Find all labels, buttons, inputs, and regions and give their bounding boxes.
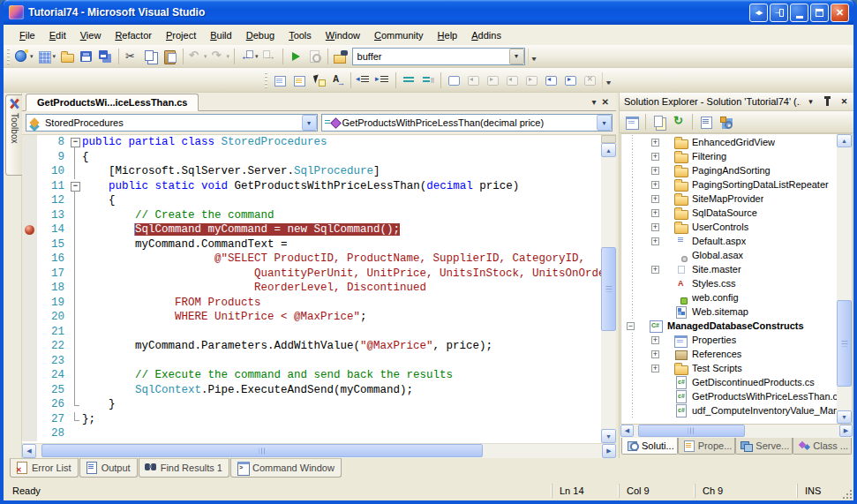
tab-server[interactable]: Serve... bbox=[735, 438, 793, 455]
code-editor[interactable]: 8public partial class StoredProcedures9{… bbox=[22, 135, 601, 443]
text-editor-toolbar-options-chevron[interactable] bbox=[602, 72, 612, 88]
next-bookmark-document-button[interactable] bbox=[560, 71, 580, 90]
expand-icon[interactable]: + bbox=[651, 237, 659, 245]
members-combobox[interactable]: GetProductsWithPriceLessThan(decimal pri… bbox=[321, 114, 613, 132]
outlining-margin[interactable] bbox=[69, 237, 82, 252]
navigate-backward-button[interactable]: ▾ bbox=[237, 47, 260, 66]
uncomment-selection-button[interactable] bbox=[418, 71, 438, 90]
tree-item[interactable]: Global.asax bbox=[623, 248, 837, 262]
outlining-margin[interactable] bbox=[69, 222, 82, 237]
navigate-forward-button[interactable] bbox=[260, 47, 280, 66]
code-line[interactable]: 10 [Microsoft.SqlServer.Server.SqlProced… bbox=[22, 164, 601, 179]
clear-bookmarks-button[interactable] bbox=[580, 71, 599, 90]
tree-expander[interactable]: + bbox=[648, 153, 673, 161]
outlining-margin[interactable] bbox=[69, 383, 82, 398]
code-line[interactable]: 13 // Create the command bbox=[22, 208, 601, 223]
tree-item[interactable]: +EnhancedGridView bbox=[623, 135, 837, 149]
copy-button[interactable] bbox=[141, 47, 161, 66]
vertical-scroll-track[interactable] bbox=[601, 157, 616, 429]
tree-item[interactable]: −ManagedDatabaseConstructs bbox=[623, 319, 837, 333]
menu-community[interactable]: Community bbox=[367, 27, 431, 43]
add-item-button[interactable]: ▾ bbox=[35, 47, 58, 66]
comment-selection-button[interactable] bbox=[399, 71, 418, 90]
toolbar-grip[interactable] bbox=[7, 49, 10, 64]
previous-bookmark-button[interactable] bbox=[463, 71, 483, 90]
menu-tools[interactable]: Tools bbox=[282, 27, 319, 43]
window-position-menu-button[interactable]: ▾ bbox=[804, 95, 817, 109]
breakpoint-margin[interactable] bbox=[22, 339, 37, 354]
paste-button[interactable] bbox=[161, 47, 180, 66]
scroll-up-button[interactable]: ▲ bbox=[601, 143, 616, 157]
tree-item[interactable]: Styles.css bbox=[623, 276, 837, 290]
expand-icon[interactable]: + bbox=[651, 266, 659, 274]
refresh-button[interactable] bbox=[670, 113, 688, 131]
tree-hscroll-thumb[interactable] bbox=[638, 425, 745, 437]
code-line[interactable]: 28 bbox=[22, 426, 601, 441]
tree-item[interactable]: Web.sitemap bbox=[623, 305, 837, 319]
outlining-margin[interactable] bbox=[69, 208, 82, 223]
breakpoint-margin[interactable] bbox=[22, 354, 37, 369]
breakpoint-margin[interactable] bbox=[22, 368, 37, 383]
breakpoint-icon[interactable] bbox=[25, 225, 34, 235]
save-all-button[interactable] bbox=[96, 47, 116, 66]
view-code-button[interactable] bbox=[697, 113, 715, 131]
editor-splitter-box[interactable] bbox=[601, 135, 616, 143]
code-line[interactable]: 26 } bbox=[22, 397, 601, 412]
expand-icon[interactable]: + bbox=[651, 223, 659, 231]
next-bookmark-button[interactable] bbox=[483, 71, 502, 90]
previous-bookmark-folder-button[interactable] bbox=[502, 71, 522, 90]
tree-item[interactable]: +UserControls bbox=[623, 220, 837, 234]
tree-expander[interactable]: + bbox=[648, 195, 673, 203]
horizontal-scroll-thumb[interactable] bbox=[41, 444, 483, 457]
code-line[interactable]: 20 WHERE UnitPrice < @MaxPrice"; bbox=[22, 310, 601, 325]
tree-item[interactable]: +Default.aspx bbox=[623, 234, 837, 248]
close-document-button[interactable]: ✕ bbox=[602, 98, 609, 107]
cut-button[interactable] bbox=[122, 47, 141, 66]
outlining-margin[interactable] bbox=[69, 267, 82, 282]
breakpoint-margin[interactable] bbox=[22, 237, 37, 252]
code-line[interactable]: 15 myCommand.CommandText = bbox=[22, 237, 601, 252]
code-line[interactable]: 12 { bbox=[22, 193, 601, 208]
outlining-margin[interactable] bbox=[69, 368, 82, 383]
tree-expander[interactable]: + bbox=[648, 139, 673, 147]
exit-session-button[interactable] bbox=[770, 4, 788, 22]
collapse-icon[interactable]: − bbox=[627, 322, 635, 330]
tab-class[interactable]: Class ... bbox=[793, 438, 852, 455]
auto-hide-pin-button[interactable] bbox=[821, 95, 834, 109]
toolbox-tab[interactable]: Toolbox bbox=[5, 94, 22, 176]
code-line[interactable]: 16 @"SELECT ProductID, ProductName, Supp… bbox=[22, 252, 601, 267]
breakpoint-margin[interactable] bbox=[22, 412, 37, 427]
menu-addins[interactable]: Addins bbox=[464, 27, 508, 43]
minimize-button[interactable] bbox=[790, 4, 808, 22]
save-button[interactable] bbox=[77, 47, 96, 66]
outlining-margin[interactable] bbox=[69, 325, 82, 340]
breakpoint-margin[interactable] bbox=[22, 222, 37, 237]
close-button[interactable]: ✕ bbox=[831, 4, 849, 22]
tree-item[interactable]: udf_ComputeInventoryValue_Manage bbox=[623, 403, 837, 417]
tree-item[interactable]: +Filtering bbox=[623, 149, 837, 163]
increase-indent-button[interactable] bbox=[373, 71, 393, 90]
tab-solution[interactable]: Soluti... bbox=[621, 438, 678, 455]
find-combobox[interactable]: ▾ bbox=[352, 48, 525, 65]
outlining-margin[interactable] bbox=[69, 135, 82, 150]
tree-item[interactable]: GetDiscontinuedProducts.cs bbox=[623, 375, 837, 389]
breakpoint-margin[interactable] bbox=[22, 296, 37, 311]
menu-project[interactable]: Project bbox=[159, 27, 203, 43]
tree-item[interactable]: +Properties bbox=[623, 333, 837, 347]
tab-command-window[interactable]: Command Window bbox=[230, 458, 342, 478]
tree-expander[interactable]: + bbox=[648, 266, 673, 274]
tree-horizontal-scrollbar[interactable]: ◀ ▶ bbox=[620, 425, 853, 438]
tree-item[interactable]: +References bbox=[623, 347, 837, 361]
breakpoint-margin[interactable] bbox=[22, 252, 37, 267]
outlining-margin[interactable] bbox=[69, 164, 82, 179]
types-combobox[interactable]: StoredProcedures ▾ bbox=[26, 114, 318, 132]
tree-scroll-track[interactable] bbox=[837, 147, 852, 410]
active-files-dropdown-button[interactable]: ▾ bbox=[592, 98, 597, 107]
breakpoint-margin[interactable] bbox=[22, 193, 37, 208]
code-line[interactable]: 24 // Execute the command and send back … bbox=[22, 368, 601, 383]
tree-item[interactable]: +SqlDataSource bbox=[623, 206, 837, 220]
tree-scroll-up-button[interactable]: ▲ bbox=[837, 134, 852, 147]
open-file-button[interactable] bbox=[57, 47, 77, 66]
document-tab[interactable]: GetProductsWi...iceLessThan.cs bbox=[26, 94, 199, 111]
tree-scroll-left-button[interactable]: ◀ bbox=[620, 425, 634, 437]
